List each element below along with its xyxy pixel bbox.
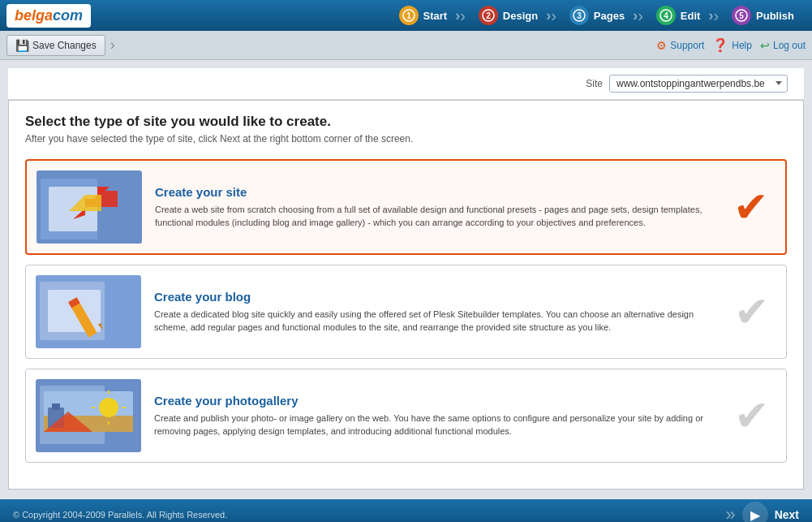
footer-right: » ▶ Next	[725, 502, 799, 522]
tab-publish-label: Publish	[756, 10, 794, 22]
next-arrow-icon: ▶	[750, 507, 760, 523]
svg-text:3: 3	[577, 11, 582, 20]
page-subtitle: After you have selected the type of site…	[25, 133, 787, 145]
header: belgacom 1 Start › 2 Design › 3 Pag	[0, 0, 812, 31]
next-icon-circle: ▶	[742, 502, 768, 522]
create-site-desc: Create a web site from scratch choosing …	[155, 203, 727, 230]
footer-bar: © Copyright 2004-2009 Parallels. All Rig…	[0, 499, 812, 522]
copyright-text: © Copyright 2004-2009 Parallels. All Rig…	[13, 510, 227, 520]
tab-start[interactable]: 1 Start	[388, 0, 459, 31]
toolbar-arrow-icon[interactable]: ›	[110, 37, 115, 54]
option-card-create-blog[interactable]: Create your blog Create a dedicated blog…	[25, 265, 787, 359]
toolbar-left: 💾 Save Changes ›	[6, 35, 115, 56]
svg-rect-32	[52, 403, 60, 410]
option-card-create-site[interactable]: Create your site Create a web site from …	[25, 159, 787, 255]
tab-edit[interactable]: 4 Edit	[645, 0, 712, 31]
create-blog-icon	[36, 275, 141, 348]
content-wrapper: Site www.ontstoppingantwerpendbs.be Sele…	[0, 60, 812, 522]
site-selector-dropdown[interactable]: www.ontstoppingantwerpendbs.be	[609, 75, 788, 93]
tab-design[interactable]: 2 Design	[467, 0, 549, 31]
support-label: Support	[670, 40, 704, 51]
create-site-content: Create your site Create a web site from …	[155, 185, 727, 230]
toolbar: 💾 Save Changes › ⚙ Support ❓ Help ↩ Log …	[0, 31, 812, 60]
footer-chevron-1: »	[725, 504, 735, 522]
next-label: Next	[775, 508, 799, 521]
help-icon: ❓	[712, 37, 728, 53]
create-blog-title: Create your blog	[154, 290, 728, 304]
tab-pages-label: Pages	[594, 10, 625, 22]
edit-tab-icon: 4	[656, 6, 676, 25]
create-site-check: ✔	[727, 183, 775, 231]
logout-icon: ↩	[760, 39, 770, 52]
site-selector-label: Site	[586, 78, 603, 89]
logout-label: Log out	[773, 40, 806, 51]
publish-tab-icon: 5	[732, 6, 751, 25]
save-icon: 💾	[15, 39, 29, 52]
page-title: Select the type of site you would like t…	[25, 114, 787, 130]
svg-point-26	[99, 398, 118, 417]
create-blog-desc: Create a dedicated blog site quickly and…	[154, 308, 728, 334]
svg-text:4: 4	[664, 11, 668, 20]
create-site-icon	[37, 170, 142, 244]
next-button[interactable]: Next	[775, 508, 799, 521]
toolbar-right: ⚙ Support ❓ Help ↩ Log out	[656, 37, 806, 53]
save-changes-label: Save Changes	[32, 40, 97, 51]
tab-start-label: Start	[423, 10, 448, 22]
create-photogallery-checkmark: ✔	[734, 391, 770, 440]
support-link[interactable]: ⚙ Support	[656, 39, 704, 52]
svg-text:2: 2	[486, 11, 491, 20]
logout-link[interactable]: ↩ Log out	[760, 39, 806, 52]
create-blog-content: Create your blog Create a dedicated blog…	[154, 290, 728, 334]
tab-design-label: Design	[503, 10, 538, 22]
help-link[interactable]: ❓ Help	[712, 37, 752, 53]
svg-text:1: 1	[406, 11, 411, 20]
tab-edit-label: Edit	[681, 10, 701, 22]
create-blog-checkmark: ✔	[734, 287, 770, 336]
svg-text:5: 5	[739, 11, 744, 20]
create-photogallery-icon	[36, 379, 141, 452]
create-photogallery-content: Create your photogallery Create and publ…	[154, 394, 728, 438]
create-site-checkmark: ✔	[733, 183, 769, 231]
support-icon: ⚙	[656, 39, 667, 52]
create-photogallery-title: Create your photogallery	[154, 394, 728, 408]
help-label: Help	[732, 40, 752, 51]
create-site-title: Create your site	[155, 185, 727, 199]
logo: belgacom	[6, 4, 91, 28]
site-selector-bar: Site www.ontstoppingantwerpendbs.be	[8, 68, 804, 100]
tab-publish[interactable]: 5 Publish	[720, 0, 806, 31]
tab-pages[interactable]: 3 Pages	[558, 0, 636, 31]
design-tab-icon: 2	[479, 6, 498, 25]
nav-tabs: 1 Start › 2 Design › 3 Pages › 4	[388, 0, 806, 31]
save-changes-button[interactable]: 💾 Save Changes	[6, 35, 105, 56]
pages-tab-icon: 3	[569, 6, 589, 25]
option-card-create-photogallery[interactable]: Create your photogallery Create and publ…	[25, 369, 787, 463]
start-tab-icon: 1	[399, 6, 419, 25]
create-photogallery-check: ✔	[728, 391, 776, 440]
outer-wrapper: belgacom 1 Start › 2 Design › 3 Pag	[0, 0, 812, 522]
create-blog-check: ✔	[728, 287, 776, 336]
main-content: Select the type of site you would like t…	[8, 100, 804, 490]
create-photogallery-desc: Create and publish your photo- or image …	[154, 412, 728, 438]
